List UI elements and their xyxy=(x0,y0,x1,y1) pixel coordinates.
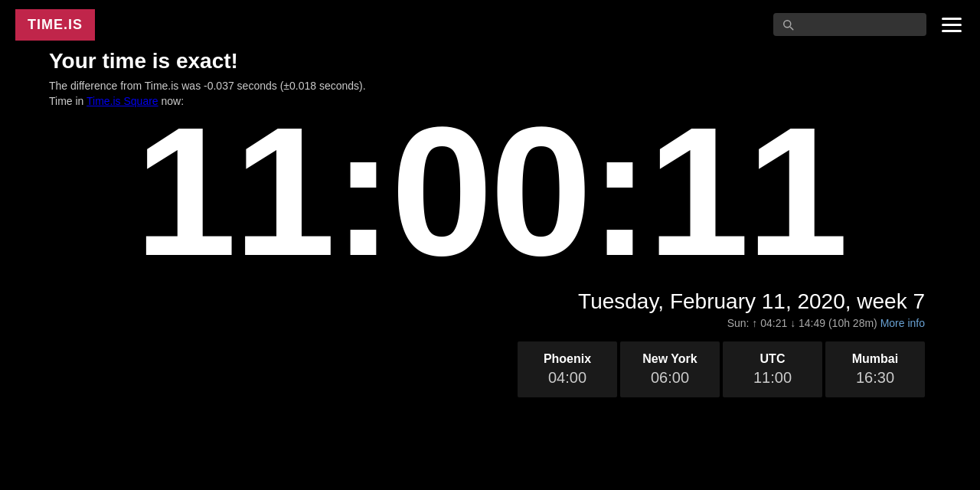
menu-line-3 xyxy=(942,30,962,32)
city-time: 06:00 xyxy=(639,369,701,387)
city-card[interactable]: UTC 11:00 xyxy=(723,341,822,397)
sun-info: Sun: ↑ 04:21 ↓ 14:49 (10h 28m) More info xyxy=(49,317,931,329)
city-clocks: Phoenix 04:00 New York 06:00 UTC 11:00 M… xyxy=(49,341,931,397)
header: TIME.IS xyxy=(0,0,980,49)
menu-button[interactable] xyxy=(939,15,965,35)
exact-title: Your time is exact! xyxy=(49,49,931,74)
city-card[interactable]: Phoenix 04:00 xyxy=(518,341,617,397)
sun-info-text: Sun: ↑ 04:21 ↓ 14:49 (10h 28m) xyxy=(727,317,880,329)
city-time: 11:00 xyxy=(741,369,804,387)
city-name: Mumbai xyxy=(844,352,906,366)
search-box[interactable] xyxy=(773,13,926,36)
more-info-link[interactable]: More info xyxy=(880,317,925,329)
menu-line-2 xyxy=(942,24,962,26)
city-time: 04:00 xyxy=(536,369,599,387)
city-name: Phoenix xyxy=(536,352,599,366)
clock-display: 11:00:11 xyxy=(49,100,931,283)
city-name: UTC xyxy=(741,352,804,366)
search-icon xyxy=(781,18,795,31)
city-time: 16:30 xyxy=(844,369,906,387)
logo[interactable]: TIME.IS xyxy=(15,9,95,41)
logo-text: TIME.IS xyxy=(28,17,83,32)
main-content: Your time is exact! The difference from … xyxy=(0,49,980,397)
city-card[interactable]: Mumbai 16:30 xyxy=(825,341,925,397)
time-in-label: Time in xyxy=(49,95,87,107)
menu-line-1 xyxy=(942,18,962,20)
city-name: New York xyxy=(639,352,701,366)
header-right xyxy=(773,13,965,36)
search-input[interactable] xyxy=(799,18,922,31)
city-card[interactable]: New York 06:00 xyxy=(620,341,720,397)
